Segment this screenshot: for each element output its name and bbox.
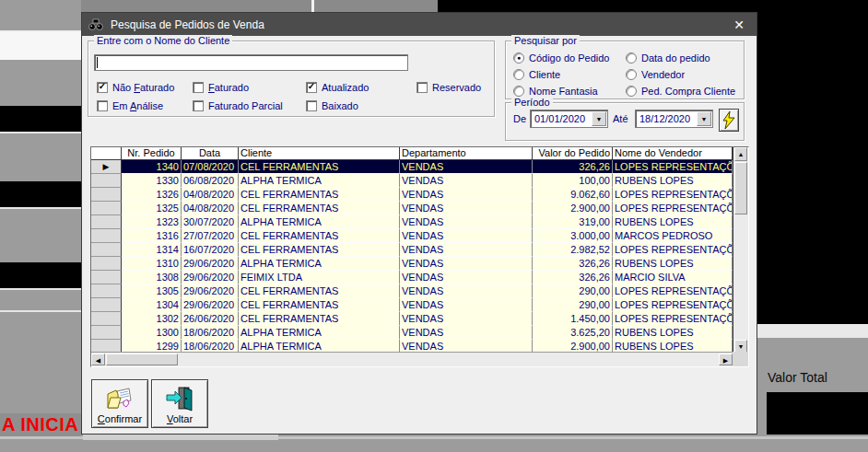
cell-valor: 326,26 [533, 257, 613, 271]
horizontal-scroll-thumb[interactable] [106, 353, 178, 365]
cell-valor: 1.450,00 [533, 312, 613, 326]
scroll-up-icon[interactable]: ▲ [734, 147, 747, 161]
grid-row[interactable]: 130429/06/2020CEL FERRAMENTASVENDAS290,0… [91, 298, 733, 312]
client-name-group: Entre com o Nome do Cliente ✓ Não Fatura… [88, 41, 495, 117]
row-pointer-cell [91, 257, 122, 271]
cell-nr: 1308 [122, 271, 182, 284]
period-ate-label: Até [613, 113, 628, 124]
cell-cliente: CEL FERRAMENTAS [239, 298, 400, 312]
lightning-icon [722, 111, 735, 129]
background-divider [0, 132, 81, 133]
title-bar[interactable]: Pesquisa de Pedidos de Venda ✕ [82, 13, 757, 36]
background-black-band [0, 106, 81, 132]
cell-data: 29/06/2020 [182, 284, 239, 298]
chevron-down-icon[interactable]: ▼ [592, 111, 606, 126]
screen: { "window": { "title": "Pesquisa de Pedi… [0, 0, 868, 452]
col-header-data[interactable]: Data [182, 147, 239, 159]
cell-depto: VENDAS [400, 174, 533, 188]
grid-row[interactable]: 130529/06/2020CEL FERRAMENTASVENDAS290,0… [91, 284, 733, 298]
cell-valor: 3.000,00 [533, 229, 613, 243]
execute-search-button[interactable] [719, 109, 739, 132]
cell-nr: 1323 [122, 215, 182, 229]
radio-nome-fantasia[interactable]: Nome Fantasia [513, 85, 598, 97]
radio-label: Cliente [529, 69, 560, 80]
grid-row[interactable]: 131416/07/2020CEL FERRAMENTASVENDAS2.982… [91, 243, 733, 257]
row-pointer-cell [91, 202, 122, 215]
radio-cliente[interactable]: Cliente [513, 68, 560, 80]
checkbox-em-analise[interactable]: Em Análise [97, 99, 163, 111]
cell-depto: VENDAS [400, 215, 533, 229]
cell-cliente: CEL FERRAMENTAS [239, 243, 400, 257]
checkbox-label: Faturado [208, 82, 249, 93]
cell-nr: 1305 [122, 284, 182, 298]
cell-cliente: CEL FERRAMENTAS [239, 312, 400, 326]
checkbox-reservado[interactable]: Reservado [416, 81, 481, 93]
cell-vendedor: LOPES REPRESENTAÇÕES [613, 298, 733, 312]
binoculars-icon [88, 18, 103, 31]
radio-label: Vendedor [641, 69, 685, 80]
checkbox-faturado[interactable]: Faturado [193, 81, 249, 93]
period-ate-select[interactable]: 18/12/2020 ▼ [635, 110, 713, 128]
checkbox-atualizado[interactable]: ✓ Atualizado [306, 81, 369, 93]
grid-row[interactable]: 132330/07/2020ALPHA TERMICAVENDAS319,00R… [91, 215, 733, 229]
radio-codigo-do-pedido[interactable]: ● Código do Pedido [513, 52, 609, 64]
cell-data: 06/08/2020 [182, 174, 239, 188]
checkbox-label: Faturado Parcial [208, 100, 283, 111]
grid-row[interactable]: 131029/06/2020ALPHA TERMICAVENDAS326,26R… [91, 257, 733, 271]
radio-vendedor[interactable]: Vendedor [626, 68, 685, 80]
cell-cliente: CEL FERRAMENTAS [239, 229, 400, 243]
voltar-button[interactable]: Voltar [151, 379, 208, 428]
checkbox-nao-faturado[interactable]: ✓ Não Faturado [97, 81, 174, 93]
chevron-down-icon[interactable]: ▼ [697, 111, 711, 126]
cell-vendedor: RUBENS LOPES [613, 257, 733, 271]
scroll-right-icon[interactable]: ▶ [719, 353, 733, 365]
background-window-strip [314, 0, 438, 12]
dialog-client-area: Entre com o Nome do Cliente ✓ Não Fatura… [82, 36, 757, 434]
vertical-scroll-thumb[interactable] [734, 162, 747, 214]
vertical-scrollbar[interactable]: ▲ ▼ [733, 147, 748, 353]
col-header-departamento[interactable]: Departamento [400, 147, 533, 159]
period-de-label: De [513, 113, 526, 124]
grid-row[interactable]: 130829/06/2020FEIMIX LTDAVENDAS326,26MAR… [91, 271, 733, 284]
background-divider [0, 288, 81, 290]
cell-nr: 1300 [122, 326, 182, 340]
checkbox-baixado[interactable]: Baixado [306, 99, 358, 111]
col-header-valor[interactable]: Valor do Pedido [533, 147, 613, 159]
cell-data: 30/07/2020 [182, 215, 239, 229]
radio-label: Código do Pedido [529, 52, 609, 64]
period-ate-value: 18/12/2020 [639, 113, 690, 124]
col-header-cliente[interactable]: Cliente [239, 147, 400, 159]
col-header-nr-pedido[interactable]: Nr. Pedido [122, 147, 182, 159]
scroll-left-icon[interactable]: ◀ [91, 353, 105, 365]
period-group: Período De 01/01/2020 ▼ Até 18/12/2020 ▼ [505, 102, 745, 141]
col-header-vendedor[interactable]: Nome do Vendedor [613, 147, 733, 159]
grid-row[interactable]: ▶134007/08/2020CEL FERRAMENTASVENDAS326,… [91, 160, 733, 174]
background-divider [0, 310, 81, 312]
grid-row[interactable]: 133006/08/2020ALPHA TERMICAVENDAS100,00R… [91, 174, 733, 188]
radio-ped-compra-cliente[interactable]: Ped. Compra Cliente [626, 85, 735, 97]
grid-row[interactable]: 130226/06/2020CEL FERRAMENTASVENDAS1.450… [91, 312, 733, 326]
row-pointer-cell [91, 188, 122, 202]
cell-valor: 326,26 [533, 271, 613, 284]
grid-header: Nr. Pedido Data Cliente Departamento Val… [91, 147, 733, 160]
grid-row[interactable]: 130018/06/2020ALPHA TERMICAVENDAS3.625,2… [91, 326, 733, 340]
cell-valor: 2.982,52 [533, 243, 613, 257]
grid-row[interactable]: 131627/07/2020CEL FERRAMENTASVENDAS3.000… [91, 229, 733, 243]
cell-cliente: ALPHA TERMICA [239, 257, 400, 271]
close-icon[interactable]: ✕ [731, 17, 747, 33]
radio-data-do-pedido[interactable]: Data do pedido [626, 52, 710, 64]
grid-row[interactable]: 132604/08/2020CEL FERRAMENTASVENDAS9.062… [91, 188, 733, 202]
cell-vendedor: RUBENS LOPES [613, 326, 733, 340]
grid-row[interactable]: 132504/08/2020CEL FERRAMENTASVENDAS2.900… [91, 202, 733, 215]
checkbox-faturado-parcial[interactable]: Faturado Parcial [193, 99, 283, 111]
client-name-input[interactable] [94, 54, 408, 71]
cell-valor: 319,00 [533, 215, 613, 229]
cell-valor: 9.062,60 [533, 188, 613, 202]
radio-dot-icon: ● [517, 54, 521, 61]
horizontal-scrollbar[interactable]: ◀ ▶ [91, 352, 733, 366]
cell-depto: VENDAS [400, 312, 533, 326]
background-white-band [0, 32, 81, 60]
confirmar-button[interactable]: Confirmar [91, 379, 148, 428]
checkbox-box [97, 100, 108, 111]
period-de-select[interactable]: 01/01/2020 ▼ [530, 110, 608, 128]
